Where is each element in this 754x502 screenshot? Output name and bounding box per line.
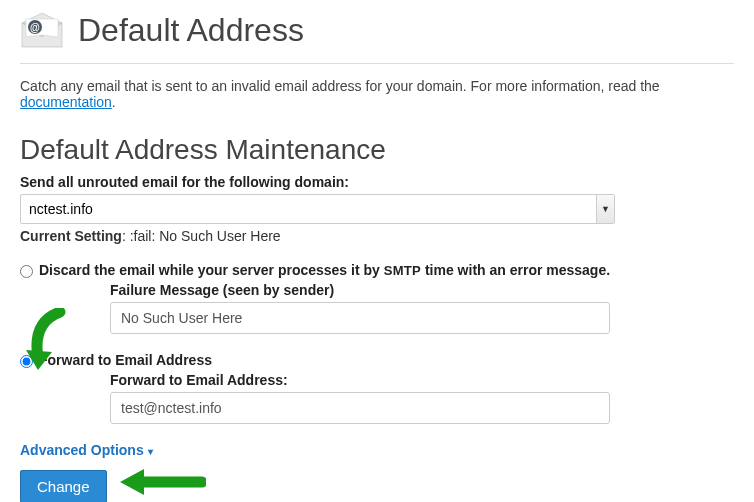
current-setting: Current Setting: :fail: No Such User Her…: [20, 228, 734, 244]
discard-radio[interactable]: [20, 265, 33, 278]
forward-radio[interactable]: [20, 355, 33, 368]
domain-select-wrap: nctest.info ▼: [20, 194, 615, 224]
forward-label[interactable]: Forward to Email Address: [39, 352, 212, 368]
discard-label-after: time with an error message.: [421, 262, 610, 278]
svg-marker-6: [120, 469, 144, 495]
domain-select[interactable]: nctest.info: [20, 194, 615, 224]
forward-email-input[interactable]: [110, 392, 610, 424]
default-address-icon: @: [20, 13, 64, 49]
svg-text:@: @: [30, 22, 40, 33]
discard-label-before: Discard the email while your server proc…: [39, 262, 384, 278]
failure-message-input[interactable]: [110, 302, 610, 334]
forward-sub-label: Forward to Email Address:: [110, 372, 734, 388]
page-title: Default Address: [78, 12, 304, 49]
current-setting-label: Current Setting: [20, 228, 122, 244]
advanced-label: Advanced Options: [20, 442, 144, 458]
current-setting-value: : :fail: No Such User Here: [122, 228, 281, 244]
discard-label[interactable]: Discard the email while your server proc…: [39, 262, 610, 278]
intro-before: Catch any email that is sent to an inval…: [20, 78, 660, 94]
documentation-link[interactable]: documentation: [20, 94, 112, 110]
page-header: @ Default Address: [20, 12, 734, 64]
annotation-arrow-2: [116, 462, 206, 502]
section-title: Default Address Maintenance: [20, 134, 734, 166]
smtp-text: SMTP: [384, 263, 421, 278]
domain-label: Send all unrouted email for the followin…: [20, 174, 734, 190]
failure-label: Failure Message (seen by sender): [110, 282, 734, 298]
option-forward-row: Forward to Email Address: [20, 352, 734, 368]
caret-down-icon: ▾: [148, 446, 153, 457]
advanced-options-toggle[interactable]: Advanced Options ▾: [20, 442, 153, 458]
option-discard-row: Discard the email while your server proc…: [20, 262, 734, 278]
change-button[interactable]: Change: [20, 470, 107, 502]
intro-text: Catch any email that is sent to an inval…: [20, 78, 734, 110]
intro-after: .: [112, 94, 116, 110]
forward-block: Forward to Email Address:: [110, 372, 734, 424]
failure-block: Failure Message (seen by sender): [110, 282, 734, 334]
